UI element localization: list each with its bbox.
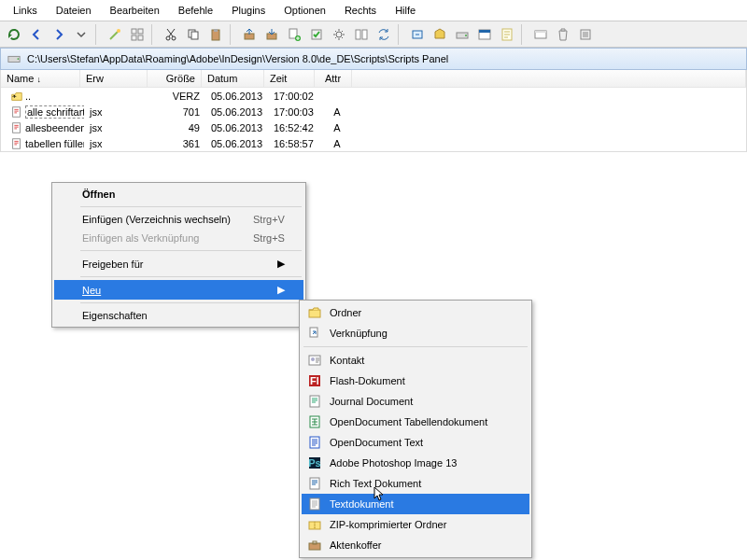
flash-icon: Fl <box>307 373 322 388</box>
sync-icon[interactable] <box>374 24 394 45</box>
file-row[interactable]: ..VERZ05.06.201317:00:02 <box>1 88 746 104</box>
svg-rect-3 <box>132 35 136 40</box>
svg-rect-18 <box>362 30 367 39</box>
dropdown-icon[interactable] <box>71 24 92 45</box>
menu-hilfe[interactable]: Hilfe <box>386 2 425 19</box>
menu-links[interactable]: Links <box>4 2 47 19</box>
copy-icon[interactable] <box>183 24 204 45</box>
file-header: Name ↓ Erw Größe Datum Zeit Attr <box>1 70 746 88</box>
paste-icon[interactable] <box>205 24 226 45</box>
col-date[interactable]: Datum <box>202 70 264 87</box>
submenu-briefcase[interactable]: Aktenkoffer <box>302 535 529 555</box>
submenu-zip[interactable]: ZIP-komprimierter Ordner <box>302 514 529 535</box>
verify-icon[interactable] <box>306 24 327 45</box>
menubar: Links Dateien Bearbeiten Befehle Plugins… <box>0 0 747 21</box>
svg-point-16 <box>336 32 342 37</box>
file-icon <box>10 90 23 103</box>
ctx-paste[interactable]: Einfügen (Verzeichnis wechseln)Strg+V <box>54 210 303 229</box>
menu-befehle[interactable]: Befehle <box>169 2 222 19</box>
window-icon[interactable] <box>474 24 495 45</box>
submenu-psd[interactable]: PsAdobe Photoshop Image 13 <box>302 453 529 473</box>
submenu-link[interactable]: Verknüpfung <box>302 323 529 343</box>
gear-icon[interactable] <box>329 24 349 45</box>
menu-rechts[interactable]: Rechts <box>335 2 386 19</box>
back-icon[interactable] <box>26 24 47 45</box>
zip-icon <box>307 517 322 532</box>
ctx-properties[interactable]: Eigenschaften <box>54 306 303 325</box>
col-name[interactable]: Name ↓ <box>1 70 80 87</box>
svg-point-29 <box>18 58 20 60</box>
svg-rect-4 <box>138 35 143 40</box>
cut-icon[interactable] <box>161 24 181 45</box>
rtf-icon <box>307 476 322 491</box>
menu-dateien[interactable]: Dateien <box>47 2 101 19</box>
ctx-share[interactable]: Freigeben für▶ <box>54 254 303 273</box>
ods-icon <box>307 414 322 429</box>
toolbox-icon[interactable] <box>430 24 450 45</box>
col-size[interactable]: Größe <box>148 70 202 87</box>
submenu-contact[interactable]: Kontakt <box>302 350 529 371</box>
svg-rect-17 <box>356 30 360 39</box>
svg-rect-33 <box>309 310 320 317</box>
compare-icon[interactable] <box>351 24 372 45</box>
menu-plugins[interactable]: Plugins <box>222 2 275 19</box>
wand-icon[interactable] <box>105 24 125 45</box>
pathbar[interactable]: C:\Users\Stefan\AppData\Roaming\Adobe\In… <box>0 48 747 70</box>
file-row[interactable]: alle schriftartenjsx70105.06.201317:00:0… <box>1 104 746 119</box>
svg-rect-26 <box>535 31 546 33</box>
forward-icon[interactable] <box>49 24 69 45</box>
drive-icon[interactable] <box>452 24 472 45</box>
submenu-journal[interactable]: Journal Document <box>302 391 529 412</box>
note-icon[interactable] <box>497 24 517 45</box>
explorer-icon[interactable] <box>530 24 551 45</box>
col-attr[interactable]: Attr <box>315 70 352 87</box>
folder-icon <box>307 305 322 320</box>
col-time[interactable]: Zeit <box>264 70 315 87</box>
svg-text:Ps: Ps <box>308 457 320 469</box>
briefcase-icon <box>307 538 322 553</box>
submenu-rtf[interactable]: Rich Text Dokument <box>302 473 529 494</box>
submenu-folder[interactable]: Ordner <box>302 302 529 323</box>
submenu-ods[interactable]: OpenDocument Tabellendokument <box>302 412 529 432</box>
menu-optionen[interactable]: Optionen <box>275 2 335 19</box>
svg-point-6 <box>172 36 176 40</box>
run-icon[interactable] <box>407 24 428 45</box>
col-ext[interactable]: Erw <box>80 70 148 87</box>
svg-point-5 <box>166 36 170 40</box>
psd-icon: Ps <box>307 455 322 470</box>
settings-icon[interactable] <box>575 24 596 45</box>
file-list[interactable]: ..VERZ05.06.201317:00:02alle schriftarte… <box>1 88 746 151</box>
file-row[interactable]: allesbeendenjsx4905.06.201316:52:42A <box>1 119 746 135</box>
grid-icon[interactable] <box>127 24 148 45</box>
pathbar-text: C:\Users\Stefan\AppData\Roaming\Adobe\In… <box>27 53 448 64</box>
archive-out-icon[interactable] <box>239 24 260 45</box>
archive-in-icon[interactable] <box>261 24 282 45</box>
svg-rect-1 <box>132 29 136 34</box>
neu-submenu: OrdnerVerknüpfungKontaktFlFlash-Dokument… <box>299 300 532 558</box>
submenu-odt[interactable]: OpenDocument Text <box>302 432 529 453</box>
svg-rect-30 <box>13 106 21 117</box>
svg-rect-32 <box>13 138 21 148</box>
reload-icon[interactable] <box>4 24 24 45</box>
file-row[interactable]: tabellen füllenjsx36105.06.201316:58:57A <box>1 135 746 151</box>
file-icon <box>10 105 23 119</box>
addfile-icon[interactable] <box>284 24 304 45</box>
svg-rect-39 <box>310 396 319 407</box>
svg-point-21 <box>465 35 467 36</box>
svg-rect-10 <box>214 29 218 32</box>
svg-rect-31 <box>13 122 21 133</box>
submenu-txt[interactable]: Textdokument <box>302 494 529 514</box>
menu-bearbeiten[interactable]: Bearbeiten <box>101 2 169 19</box>
ctx-neu[interactable]: Neu▶ <box>54 280 303 300</box>
ctx-paste-link: Einfügen als VerknüpfungStrg+S <box>54 229 303 247</box>
svg-rect-45 <box>310 498 319 510</box>
ctx-open[interactable]: Öffnen <box>54 185 303 203</box>
svg-text:Fl: Fl <box>310 375 319 386</box>
journal-icon <box>307 394 322 409</box>
link-icon <box>307 326 322 341</box>
svg-point-0 <box>117 29 120 33</box>
file-icon <box>10 137 23 150</box>
submenu-flash[interactable]: FlFlash-Dokument <box>302 371 529 391</box>
recycle-icon[interactable] <box>553 24 573 45</box>
svg-point-36 <box>311 357 315 361</box>
